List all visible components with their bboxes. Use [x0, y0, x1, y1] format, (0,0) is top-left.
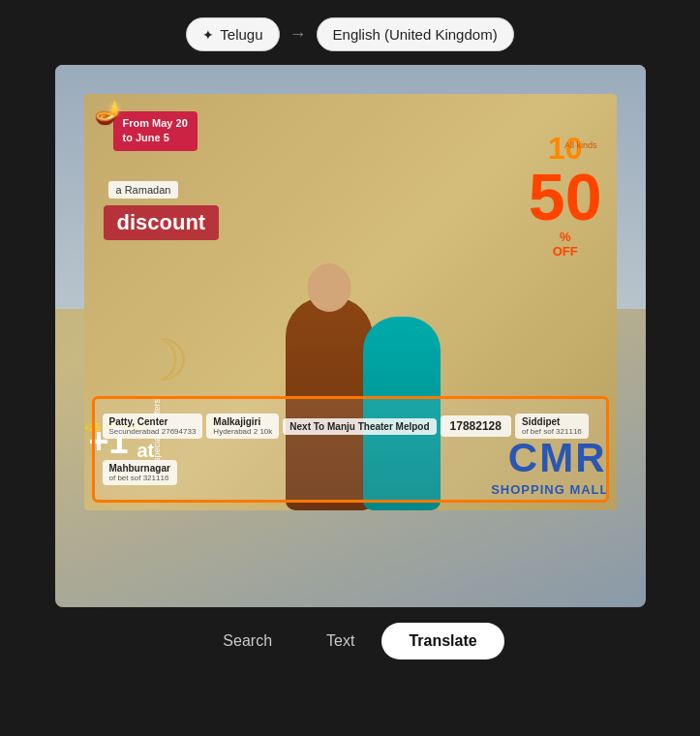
location-tag-5: Mahburnagar of bet sof 321116	[103, 460, 177, 485]
source-language-label: Telugu	[220, 26, 262, 43]
location-title-5: Mahburnagar	[109, 463, 170, 474]
discount-label: discount	[104, 205, 220, 240]
billboard-board: From May 20to June 5 🪔 a Ramadan discoun…	[84, 94, 617, 510]
percent-50-text: 50	[529, 164, 602, 230]
location-sub-5: of bet sof 321116	[109, 474, 170, 482]
ramadan-label: a Ramadan	[108, 181, 179, 199]
target-language-label: English (United Kingdom)	[333, 26, 498, 43]
text-tab[interactable]: Text	[299, 623, 381, 659]
location-tag-4: Siddipet of bef sof 321116	[515, 414, 589, 439]
target-language-pill[interactable]: English (United Kingdom)	[317, 17, 514, 51]
source-language-pill[interactable]: ✦ Telugu	[186, 17, 279, 51]
all-kinds-text: All kinds	[564, 140, 597, 150]
date-tag: From May 20to June 5	[113, 111, 198, 151]
billboard-background: From May 20to June 5 🪔 a Ramadan discoun…	[55, 65, 646, 607]
arrow-icon: →	[289, 24, 307, 45]
percent-off-text: %OFF	[529, 230, 602, 259]
location-tag-0: Patty, Center Secunderabad 27694733	[103, 414, 203, 439]
location-title-1: Malkajigiri	[213, 416, 272, 427]
phone-tag: 17882128	[441, 415, 511, 437]
location-sub-4: of bef sof 321116	[522, 427, 582, 436]
crescent-moon-icon: ☽	[137, 326, 190, 394]
location-title-2: Next To Manju Theater Melpod	[289, 421, 429, 432]
person-man-head	[308, 263, 351, 312]
percent-area: All kinds 10 50 %OFF	[529, 133, 602, 259]
highlight-area: Patty, Center Secunderabad 27694733 Malk…	[92, 396, 609, 503]
language-bar: ✦ Telugu → English (United Kingdom)	[186, 17, 513, 51]
location-title-4: Siddipet	[522, 416, 582, 427]
lantern-icon: 🪔	[94, 99, 123, 126]
translate-tab[interactable]: Translate	[381, 623, 503, 659]
location-sub-1: Hyderabad 2 10k	[213, 427, 272, 436]
location-title-0: Patty, Center	[109, 416, 197, 427]
image-container: From May 20to June 5 🪔 a Ramadan discoun…	[55, 65, 646, 607]
search-tab[interactable]: Search	[196, 623, 299, 659]
bottom-nav: Search Text Translate	[196, 623, 503, 659]
location-tag-1: Malkajigiri Hyderabad 2 10k	[206, 414, 279, 439]
location-tag-2: Next To Manju Theater Melpod	[283, 418, 436, 435]
sparkle-icon: ✦	[202, 27, 214, 43]
location-sub-0: Secunderabad 27694733	[109, 427, 197, 436]
